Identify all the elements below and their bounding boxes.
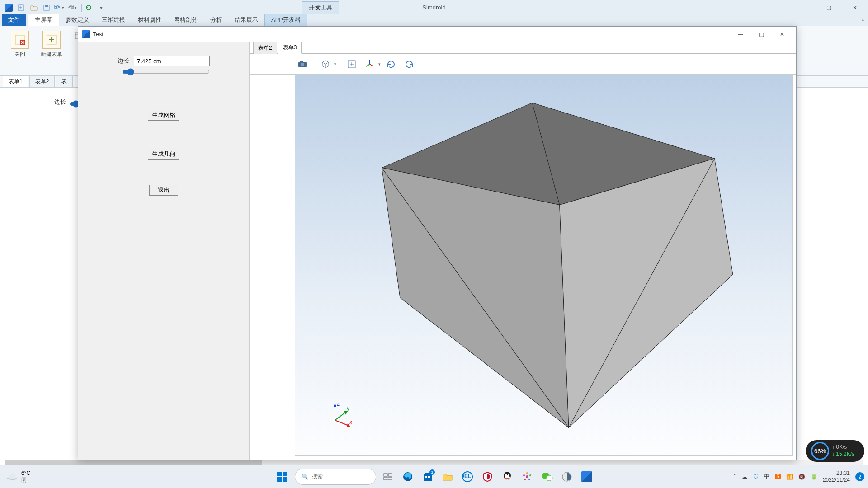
explorer-icon[interactable] xyxy=(439,469,456,485)
new-icon[interactable] xyxy=(16,3,26,13)
tray-ime-icon[interactable]: 中 xyxy=(764,473,769,480)
taskbar: ☁️ 6°C 阴 🔍 搜索 1 DELL ˄ ☁ 🛡 中 S 📶 🔇 � xyxy=(0,465,868,488)
tray-volume-icon[interactable]: 🔇 xyxy=(798,474,805,480)
tab-3dmodel[interactable]: 三维建模 xyxy=(95,14,132,26)
start-button[interactable] xyxy=(273,468,291,486)
ribbon-group-forms: 关闭 新建表单 xyxy=(5,29,69,73)
net-percent: 66% xyxy=(811,442,829,460)
fit-view-icon[interactable] xyxy=(344,56,359,72)
maximize-button[interactable]: ▢ xyxy=(816,0,842,15)
dell-icon[interactable]: DELL xyxy=(459,469,476,485)
svg-rect-57 xyxy=(505,478,509,479)
qat-more-icon[interactable]: ▾ xyxy=(96,3,106,13)
svg-rect-41 xyxy=(283,472,287,476)
edge-icon[interactable] xyxy=(400,469,416,485)
taskbar-search[interactable]: 🔍 搜索 xyxy=(295,469,376,485)
3d-viewport[interactable]: z x y xyxy=(295,75,793,456)
close-form-button[interactable]: 关闭 xyxy=(9,29,31,60)
tab-app-dev[interactable]: APP开发器 xyxy=(264,14,307,26)
minimize-button[interactable]: ― xyxy=(789,0,816,15)
svg-text:y: y xyxy=(347,405,349,412)
view-cube-dropdown[interactable]: ▾ xyxy=(318,56,336,72)
app-title: Simdroid xyxy=(422,4,445,11)
wechat-icon[interactable] xyxy=(539,469,555,485)
tray-cloud-icon[interactable]: ☁ xyxy=(741,473,748,480)
redo-icon[interactable]: ▾ xyxy=(67,3,77,13)
sub-tab-3[interactable]: 表 xyxy=(56,75,73,87)
tab-home[interactable]: 主屏幕 xyxy=(28,14,59,26)
search-placeholder: 搜索 xyxy=(312,473,323,480)
tray-chevron-icon[interactable]: ˄ xyxy=(733,474,736,480)
tray-wifi-icon[interactable]: 📶 xyxy=(786,474,793,480)
svg-rect-46 xyxy=(384,477,392,480)
svg-rect-43 xyxy=(283,477,287,482)
save-icon[interactable] xyxy=(42,3,52,13)
tray-sogou-icon[interactable]: S xyxy=(775,474,781,479)
ribbon-tabs: 文件 主屏幕 参数定义 三维建模 材料属性 网格剖分 分析 结果展示 APP开发… xyxy=(0,15,868,26)
dev-tools-tab[interactable]: 开发工具 xyxy=(302,1,339,14)
axis-dropdown[interactable]: ▾ xyxy=(362,56,381,72)
close-form-icon xyxy=(11,31,29,49)
svg-point-56 xyxy=(508,474,509,476)
camera-icon[interactable] xyxy=(295,56,310,72)
dialog-titlebar[interactable]: Test ― ▢ ✕ xyxy=(78,27,796,42)
view-tab-2[interactable]: 表单2 xyxy=(253,42,277,54)
axis-icon xyxy=(362,56,377,72)
close-form-label: 关闭 xyxy=(14,51,25,58)
generate-mesh-button[interactable]: 生成网格 xyxy=(148,110,179,121)
qq-icon[interactable] xyxy=(499,469,515,485)
simdroid-taskbar-icon[interactable] xyxy=(579,469,595,485)
sub-tab-1[interactable]: 表单1 xyxy=(3,75,28,87)
net-speeds: ↑ 0K/s ↓ 15.2K/s xyxy=(832,444,854,458)
app-icon-1[interactable] xyxy=(519,469,535,485)
dialog-maximize-button[interactable]: ▢ xyxy=(751,27,772,42)
rotate-right-icon[interactable] xyxy=(383,56,399,72)
network-widget[interactable]: 66% ↑ 0K/s ↓ 15.2K/s xyxy=(806,440,864,462)
tab-results[interactable]: 结果展示 xyxy=(228,14,264,26)
close-button[interactable]: ✕ xyxy=(842,0,868,15)
tray-notification-badge[interactable]: 2 xyxy=(855,472,864,481)
task-view-icon[interactable] xyxy=(380,469,396,485)
svg-text:DELL: DELL xyxy=(462,473,473,479)
svg-line-24 xyxy=(366,64,370,66)
store-icon[interactable]: 1 xyxy=(420,469,436,485)
edge-length-input[interactable] xyxy=(134,56,210,66)
view-tab-3[interactable]: 表单3 xyxy=(278,42,302,54)
tab-mesh[interactable]: 网格剖分 xyxy=(168,14,204,26)
refresh-icon[interactable] xyxy=(84,3,94,13)
svg-text:x: x xyxy=(349,419,352,425)
tray-clock[interactable]: 23:31 2022/11/24 xyxy=(823,470,850,483)
quick-access-toolbar: ▾ ▾ ▾ 开发工具 Simdroid ― ▢ ✕ xyxy=(0,0,868,15)
view-cube-icon xyxy=(318,56,333,72)
mcafee-icon[interactable] xyxy=(479,469,495,485)
window-controls: ― ▢ ✕ xyxy=(789,0,868,15)
svg-marker-29 xyxy=(560,159,733,428)
ribbon-collapse-icon[interactable]: ˄ xyxy=(861,19,864,26)
rotate-left-icon[interactable] xyxy=(401,56,417,72)
sub-tab-2[interactable]: 表单2 xyxy=(29,75,55,87)
tray-shield-icon[interactable]: 🛡 xyxy=(753,474,759,480)
weather-temp: 6°C xyxy=(21,470,30,476)
dialog-close-button[interactable]: ✕ xyxy=(772,27,793,42)
open-icon[interactable] xyxy=(29,3,39,13)
tray-battery-icon[interactable]: 🔋 xyxy=(811,474,817,480)
edge-length-slider[interactable] xyxy=(122,68,210,75)
tab-params[interactable]: 参数定义 xyxy=(59,14,95,26)
tab-file[interactable]: 文件 xyxy=(2,14,26,26)
tab-analysis[interactable]: 分析 xyxy=(204,14,228,26)
svg-rect-40 xyxy=(277,472,282,476)
undo-icon[interactable]: ▾ xyxy=(54,3,64,13)
tab-material[interactable]: 材料属性 xyxy=(132,14,168,26)
generate-geometry-button[interactable]: 生成几何 xyxy=(148,149,179,160)
svg-point-61 xyxy=(528,479,530,480)
dialog-window-controls: ― ▢ ✕ xyxy=(730,27,793,42)
dialog-minimize-button[interactable]: ― xyxy=(730,27,751,42)
app-logo-icon xyxy=(4,3,14,13)
svg-point-18 xyxy=(301,63,304,66)
new-form-button[interactable]: 新建表单 xyxy=(39,29,64,60)
app-icon-2[interactable] xyxy=(559,469,575,485)
cloud-icon: ☁️ xyxy=(6,471,18,482)
svg-point-60 xyxy=(529,474,531,476)
weather-widget[interactable]: ☁️ 6°C 阴 xyxy=(0,470,37,483)
exit-button[interactable]: 退出 xyxy=(149,185,178,196)
